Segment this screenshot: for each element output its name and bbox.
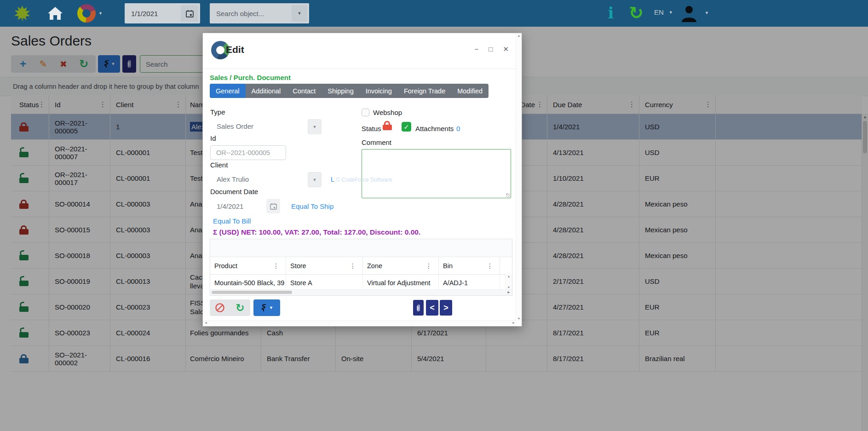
language-label: EN — [654, 8, 664, 16]
dialog-toolbar: ↻ ▼ < > — [203, 299, 522, 316]
column-menu-icon[interactable]: ⋮ — [425, 262, 432, 270]
language-menu[interactable]: EN ▼ — [654, 8, 673, 16]
date-value[interactable]: 1/1/2021 — [125, 10, 181, 17]
scroll-down-icon[interactable]: ▼ — [516, 317, 522, 320]
id-input[interactable]: OR--2021-000005 — [210, 145, 286, 160]
scroll-down-icon[interactable]: ▼ — [506, 286, 512, 289]
id-label: Id — [210, 134, 216, 142]
dialog-tabs: GeneralAdditionalContactShippingInvoicin… — [210, 84, 489, 98]
window-controls: − □ ✕ — [475, 45, 509, 53]
attachments-checkbox[interactable] — [402, 122, 411, 132]
tab-additional[interactable]: Additional — [246, 84, 287, 98]
subgrid-vertical-scrollbar[interactable]: ▲▼ — [505, 274, 512, 290]
type-label: Type — [210, 108, 225, 116]
scrollbar-thumb[interactable] — [212, 291, 292, 294]
bulb-icon — [260, 304, 267, 311]
previous-record-button[interactable]: < — [426, 300, 438, 316]
search-placeholder: Search object... — [210, 10, 292, 17]
tab-general[interactable]: General — [210, 84, 246, 98]
attachments-count-link[interactable]: 0 — [456, 125, 460, 132]
dialog-button-group: ↻ — [210, 299, 250, 316]
tab-invoicing[interactable]: Invoicing — [360, 84, 398, 98]
close-icon[interactable]: ✕ — [503, 45, 509, 53]
user-avatar-icon — [680, 4, 698, 22]
cancel-button[interactable] — [210, 299, 230, 316]
subgrid-row[interactable]: Mountain-500 Black, 39 Store A Virtual f… — [210, 275, 512, 291]
status-lock-icon — [383, 121, 392, 130]
maximize-icon[interactable]: □ — [489, 45, 493, 53]
chevron-down-icon: ▼ — [705, 11, 709, 15]
dialog-horizontal-scrollbar[interactable]: ◄► — [203, 321, 517, 326]
tab-foreign-trade[interactable]: Foreign Trade — [398, 84, 451, 98]
dialog-vertical-scrollbar[interactable]: ▲▼ — [516, 33, 522, 321]
scroll-right-icon[interactable]: ► — [507, 290, 511, 294]
subgrid-column-header-store[interactable]: Store⋮ — [286, 257, 363, 274]
refresh-button[interactable]: ↻ — [230, 299, 250, 316]
client-select-value[interactable]: Alex Trulio — [217, 175, 249, 183]
subgrid-column-header-zone[interactable]: Zone⋮ — [363, 257, 439, 274]
global-object-search[interactable]: Search object... ▼ — [210, 3, 309, 23]
store-cell: Store A — [286, 275, 363, 291]
home-icon[interactable] — [47, 6, 63, 21]
column-menu-icon[interactable]: ⋮ — [350, 262, 356, 270]
comment-textarea[interactable] — [362, 149, 511, 198]
chevron-down-icon: ▼ — [98, 11, 103, 16]
totals-summary: Σ (USD) NET: 100.00, VAT: 27.00, Total: … — [213, 228, 420, 236]
client-select-dropdown[interactable]: ▼ — [308, 172, 322, 187]
application-window: ▼ 1/1/2021 Search object... ▼ i ↻ EN ▼ ▼… — [0, 0, 868, 431]
subgrid-column-header-product[interactable]: Product⋮ — [210, 257, 286, 274]
tab-contact[interactable]: Contact — [287, 84, 322, 98]
top-navbar: ▼ 1/1/2021 Search object... ▼ i ↻ EN ▼ ▼ — [0, 0, 868, 27]
scroll-up-icon[interactable]: ▲ — [506, 275, 512, 278]
comment-label: Comment — [362, 138, 391, 146]
product-cell: Mountain-500 Black, 39 — [210, 275, 286, 291]
status-label: Status — [362, 125, 381, 132]
app-switcher[interactable]: ▼ — [77, 4, 103, 23]
chevron-down-icon: ▼ — [669, 10, 673, 15]
actions-dropdown-button[interactable]: ▼ — [253, 299, 280, 316]
document-date-value[interactable]: 1/4/2021 — [217, 202, 243, 210]
column-menu-icon[interactable]: ⋮ — [273, 262, 279, 270]
brand-leaf-icon[interactable] — [13, 5, 31, 22]
webshop-label: Webshop — [373, 109, 402, 116]
equal-to-ship-link[interactable]: Equal To Ship — [291, 202, 333, 210]
subgrid-header-row: Product⋮Store⋮Zone⋮Bin⋮ — [210, 257, 512, 275]
subgrid-toolbar-strip — [210, 239, 512, 257]
document-type-heading: Sales / Purch. Document — [210, 74, 291, 81]
chevron-down-icon[interactable]: ▼ — [292, 5, 307, 22]
type-select-dropdown[interactable]: ▼ — [308, 119, 322, 134]
zone-cell: Virtual for Adjustment — [363, 275, 439, 291]
tab-shipping[interactable]: Shipping — [322, 84, 359, 98]
attachments-label: Attachments — [415, 125, 454, 132]
webshop-checkbox[interactable] — [362, 109, 369, 116]
info-icon[interactable]: i — [605, 4, 616, 22]
id-input-value: OR--2021-000005 — [216, 149, 270, 156]
scroll-up-icon[interactable]: ▲ — [516, 34, 522, 37]
next-record-button[interactable]: > — [440, 300, 452, 316]
attachments-button[interactable] — [413, 300, 424, 316]
edit-dialog: Edit − □ ✕ Sales / Purch. Document Gener… — [202, 33, 522, 327]
subgrid-column-header-bin[interactable]: Bin⋮ — [439, 257, 500, 274]
scroll-right-icon[interactable]: ► — [512, 321, 515, 324]
type-select-value[interactable]: Sales Order — [217, 122, 253, 130]
refresh-icon[interactable]: ↻ — [627, 3, 646, 23]
calendar-icon[interactable] — [181, 5, 198, 22]
app-logo-icon — [77, 4, 96, 23]
subgrid-horizontal-scrollbar[interactable]: ► — [210, 289, 512, 295]
paperclip-icon — [415, 304, 421, 312]
scroll-left-icon[interactable]: ◄ — [204, 321, 207, 324]
minimize-icon[interactable]: − — [475, 45, 479, 53]
user-menu[interactable]: ▼ — [680, 4, 709, 22]
equal-to-bill-link[interactable]: Equal To Bill — [213, 217, 251, 225]
tab-modified[interactable]: Modified — [451, 84, 489, 98]
calendar-icon — [270, 203, 277, 210]
column-menu-icon[interactable]: ⋮ — [487, 262, 493, 270]
document-date-calendar-button[interactable] — [266, 199, 280, 213]
client-label: Client — [210, 161, 228, 169]
chevron-down-icon: ▼ — [269, 305, 273, 310]
cancel-icon — [215, 303, 225, 313]
bin-cell: A/ADJ-1 — [439, 275, 500, 291]
global-date-input[interactable]: 1/1/2021 — [125, 3, 200, 23]
lines-subgrid: Product⋮Store⋮Zone⋮Bin⋮ Mountain-500 Bla… — [210, 239, 512, 296]
dialog-header[interactable]: Edit − □ ✕ — [203, 33, 522, 69]
